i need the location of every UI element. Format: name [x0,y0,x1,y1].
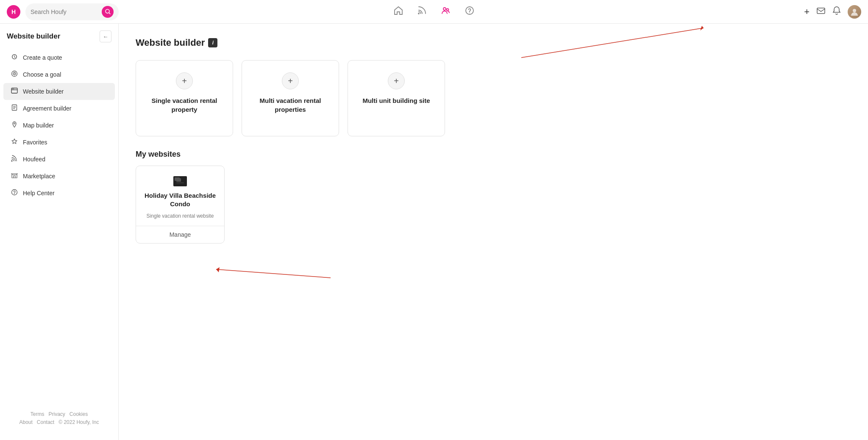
type-card-multi-unit[interactable]: + Multi unit building site [348,60,445,136]
website-card-body: Holiday Villa Beachside Condo Single vac… [136,166,224,226]
cookies-link[interactable]: Cookies [70,411,88,417]
svg-point-21 [14,194,14,194]
svg-rect-23 [176,178,181,182]
contact-link[interactable]: Contact [37,419,54,425]
sidebar-item-label: Choose a goal [23,71,61,78]
top-nav: H [0,0,868,24]
website-card-icon [173,176,187,186]
sidebar-item-label: Agreement builder [23,105,71,112]
sidebar-item-website-builder[interactable]: Website builder [3,83,115,100]
svg-point-7 [853,9,856,12]
sidebar-collapse-button[interactable]: ← [100,30,111,42]
main-content: Website builder i + Single vacation rent… [119,24,868,440]
mail-button[interactable] [816,6,826,17]
sidebar-item-create-quote[interactable]: Create a quote [3,49,115,66]
svg-point-20 [12,190,17,195]
sidebar-item-agreement-builder[interactable]: Agreement builder [3,100,115,117]
sidebar-item-label: Create a quote [23,54,62,61]
add-single-vacation-icon: + [176,72,193,89]
svg-point-2 [443,8,446,10]
sidebar-item-label: Marketplace [23,173,55,180]
sidebar-item-houfeed[interactable]: Houfeed [3,151,115,168]
agreement-builder-icon [10,104,19,113]
sidebar-header: Website builder ← [0,30,118,49]
feed-nav-icon[interactable] [417,6,427,18]
manage-button[interactable]: Manage [136,226,224,243]
avatar[interactable] [848,5,861,19]
svg-point-13 [12,89,13,89]
about-link[interactable]: About [19,419,32,425]
search-input[interactable] [31,8,98,15]
sidebar: Website builder ← Create a quote [0,24,119,440]
add-multi-vacation-icon: + [282,72,299,89]
sidebar-item-label: Help Center [23,190,55,196]
houfeed-icon [10,155,19,163]
sidebar-item-label: Houfeed [23,156,45,163]
search-button[interactable] [102,6,114,18]
type-card-multi-vacation-label: Multi vacation rental properties [250,96,330,114]
svg-line-27 [216,269,331,278]
website-type: Single vacation rental website [147,213,214,219]
logo[interactable]: H [7,5,20,19]
sidebar-item-help-center[interactable]: Help Center [3,185,115,202]
svg-marker-28 [216,267,220,272]
notification-button[interactable] [832,6,841,17]
svg-line-1 [109,13,110,14]
svg-rect-6 [817,8,825,14]
sidebar-item-map-builder[interactable]: Map builder [3,117,115,134]
sidebar-item-label: Map builder [23,122,54,129]
main-layout: Website builder ← Create a quote [0,24,868,440]
svg-point-3 [447,8,449,11]
nav-right: + [804,5,861,19]
sidebar-item-label: Favorites [23,139,47,146]
privacy-link[interactable]: Privacy [48,411,65,417]
website-card-holiday-villa[interactable]: Holiday Villa Beachside Condo Single vac… [136,166,225,244]
page-title-row: Website builder i [136,37,851,48]
svg-point-19 [14,123,15,124]
favorites-icon [10,138,19,147]
sidebar-nav: Create a quote Choose a goal [0,49,118,404]
home-nav-icon[interactable] [393,6,403,18]
add-multi-unit-icon: + [388,72,405,89]
map-builder-icon [10,121,19,130]
type-card-multi-vacation[interactable]: + Multi vacation rental properties [242,60,339,136]
website-name: Holiday Villa Beachside Condo [143,191,217,208]
sidebar-item-favorites[interactable]: Favorites [3,134,115,151]
type-cards-row: + Single vacation rental property + Mult… [136,60,851,136]
marketplace-icon [10,172,19,180]
network-nav-icon[interactable] [441,6,451,18]
type-card-multi-unit-label: Multi unit building site [362,96,430,105]
type-card-single-vacation-label: Single vacation rental property [145,96,224,114]
help-center-icon [10,189,19,197]
svg-point-10 [14,73,15,74]
add-button[interactable]: + [804,6,810,17]
svg-marker-26 [700,26,704,30]
info-badge[interactable]: i [208,38,217,47]
terms-link[interactable]: Terms [31,411,45,417]
search-bar [25,3,119,20]
search-icon [105,9,111,14]
website-builder-icon [10,87,19,96]
sidebar-item-label: Website builder [23,88,64,95]
sidebar-title: Website builder [7,32,60,41]
svg-rect-24 [176,183,184,183]
sidebar-item-marketplace[interactable]: Marketplace [3,168,115,185]
choose-goal-icon [10,70,19,79]
svg-point-14 [13,89,14,89]
svg-point-5 [469,12,470,13]
sidebar-item-choose-goal[interactable]: Choose a goal [3,66,115,83]
type-card-single-vacation[interactable]: + Single vacation rental property [136,60,233,136]
my-websites-title: My websites [136,150,851,159]
nav-icons [393,6,475,18]
page-title: Website builder [136,37,205,48]
help-nav-icon[interactable] [465,6,475,18]
create-quote-icon [10,53,19,62]
copyright-text: © 2022 Houfy, Inc [58,419,99,425]
websites-row: Holiday Villa Beachside Condo Single vac… [136,166,851,244]
sidebar-footer: Terms Privacy Cookies About Contact © 20… [0,404,118,433]
